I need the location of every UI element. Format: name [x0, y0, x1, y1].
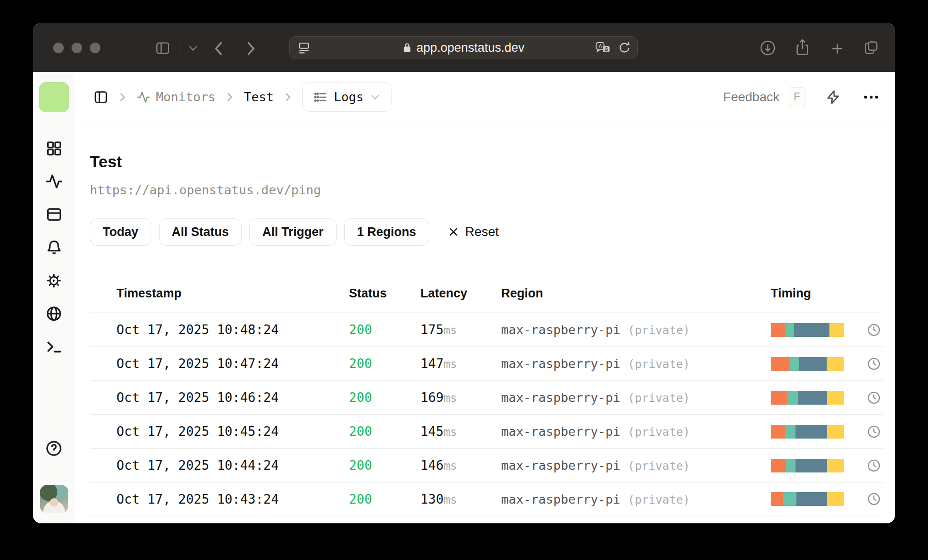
timing-segment [796, 492, 827, 506]
log-status-code: 200 [349, 492, 420, 507]
log-table-row[interactable]: Oct 17, 2025 10:45:24 200 145ms max-rasp… [90, 414, 883, 448]
filter-button[interactable]: Today [90, 218, 151, 246]
clock-icon[interactable] [867, 459, 881, 472]
feedback-button[interactable]: Feedback [723, 90, 779, 104]
log-region: max-raspberry-pi [501, 357, 620, 371]
sidebar-chevron-down-icon[interactable] [188, 45, 198, 51]
x-icon [448, 226, 459, 237]
reload-icon[interactable] [618, 41, 631, 54]
sidebar-item-notifications[interactable] [38, 231, 71, 264]
share-icon[interactable] [795, 38, 810, 56]
sidebar-item-monitors[interactable] [38, 165, 71, 198]
log-region: max-raspberry-pi [501, 323, 620, 337]
tab-overview-icon[interactable] [863, 39, 879, 56]
timing-bar [771, 425, 844, 439]
log-timestamp: Oct 17, 2025 10:43:24 [116, 492, 349, 507]
timing-segment [786, 459, 796, 472]
sidebar-item-cli[interactable] [38, 330, 71, 363]
log-timestamp: Oct 17, 2025 10:44:24 [116, 458, 349, 473]
activity-icon [45, 173, 63, 190]
log-latency-value: 175 [420, 322, 444, 337]
more-options-icon[interactable] [863, 94, 879, 100]
log-status-code: 200 [349, 458, 420, 473]
filter-button[interactable]: All Trigger [249, 218, 337, 246]
grid-icon [46, 140, 62, 157]
timing-segment [827, 357, 844, 371]
log-latency-value: 130 [420, 492, 444, 507]
log-timestamp: Oct 17, 2025 10:46:24 [116, 390, 349, 405]
activity-icon [137, 90, 150, 104]
browser-titlebar: app.openstatus.dev A [33, 23, 895, 72]
translate-icon[interactable]: A [595, 41, 611, 55]
chevron-down-icon [370, 94, 380, 100]
timing-segment [771, 425, 785, 439]
log-timestamp: Oct 17, 2025 10:45:24 [116, 424, 349, 439]
view-switcher-logs[interactable]: Logs [302, 82, 392, 112]
minimize-window-button[interactable] [72, 43, 82, 53]
log-latency-unit: ms [444, 392, 457, 405]
clock-icon[interactable] [867, 323, 881, 337]
chevron-right-icon [284, 92, 292, 103]
log-region-visibility: (private) [628, 391, 690, 405]
workspace-logo[interactable] [39, 82, 69, 112]
log-timestamp: Oct 17, 2025 10:47:24 [116, 356, 349, 371]
log-latency-value: 146 [420, 458, 444, 473]
clock-icon[interactable] [867, 391, 881, 405]
forward-button-icon[interactable] [245, 40, 257, 57]
close-window-button[interactable] [53, 43, 64, 53]
log-table-row[interactable]: Oct 17, 2025 10:47:24 200 147ms max-rasp… [90, 346, 883, 380]
breadcrumb-monitors[interactable]: Monitors [137, 90, 215, 104]
zoom-window-button[interactable] [90, 43, 100, 53]
svg-text:A: A [598, 43, 602, 49]
app-header: Monitors Test Logs [75, 72, 895, 122]
timing-segment [827, 492, 844, 506]
log-table-row[interactable]: Oct 17, 2025 10:46:24 200 169ms max-rasp… [90, 380, 883, 414]
new-tab-icon[interactable] [830, 41, 845, 56]
column-header-status: Status [349, 286, 420, 301]
panel-top-icon [46, 206, 62, 223]
clock-icon[interactable] [867, 492, 881, 506]
timing-segment [789, 357, 799, 371]
timing-segment [785, 323, 794, 337]
sidebar-item-regions[interactable] [38, 297, 71, 330]
log-table-row[interactable]: Oct 17, 2025 10:43:24 200 130ms max-rasp… [90, 482, 883, 516]
filter-button[interactable]: All Status [159, 218, 242, 246]
timing-bar [771, 459, 844, 472]
clock-icon[interactable] [867, 357, 881, 371]
log-status-code: 200 [349, 390, 420, 405]
address-bar[interactable]: app.openstatus.dev A [289, 36, 638, 59]
app-sidebar-toggle-icon[interactable] [94, 90, 108, 104]
log-region-visibility: (private) [628, 324, 690, 337]
user-avatar[interactable] [40, 485, 68, 513]
reset-filters-button[interactable]: Reset [448, 225, 499, 239]
breadcrumb-monitor-name[interactable]: Test [244, 90, 274, 104]
feedback-shortcut-badge: F [788, 87, 806, 107]
bell-icon [46, 239, 62, 256]
log-status-code: 200 [349, 322, 420, 337]
browser-sidebar-toggle-icon[interactable] [155, 40, 171, 56]
timing-segment [799, 357, 826, 371]
log-table-row[interactable]: Oct 17, 2025 10:48:24 200 175ms max-rasp… [90, 313, 883, 346]
log-latency-value: 147 [420, 356, 444, 371]
lightning-icon[interactable] [825, 89, 841, 105]
sidebar-item-status-pages[interactable] [38, 198, 71, 231]
sidebar-item-settings[interactable] [38, 264, 71, 297]
back-button-icon[interactable] [213, 40, 225, 57]
list-icon [314, 91, 327, 104]
clock-icon[interactable] [867, 425, 881, 439]
filter-button[interactable]: 1 Regions [344, 218, 429, 246]
column-header-latency: Latency [420, 286, 501, 301]
sidebar-item-help[interactable] [38, 432, 71, 465]
globe-icon [45, 305, 62, 322]
log-table-row[interactable]: Oct 17, 2025 10:44:24 200 146ms max-rasp… [90, 448, 883, 482]
log-latency-unit: ms [444, 494, 457, 506]
timing-segment [771, 492, 783, 506]
sidebar-item-dashboard[interactable] [38, 132, 71, 165]
downloads-icon[interactable] [760, 40, 776, 56]
log-region-visibility: (private) [628, 357, 690, 371]
log-latency-unit: ms [444, 358, 457, 371]
page-title: Test [90, 153, 883, 171]
log-timestamp: Oct 17, 2025 10:48:24 [116, 322, 349, 337]
log-status-code: 200 [349, 424, 420, 439]
timing-segment [829, 323, 844, 337]
